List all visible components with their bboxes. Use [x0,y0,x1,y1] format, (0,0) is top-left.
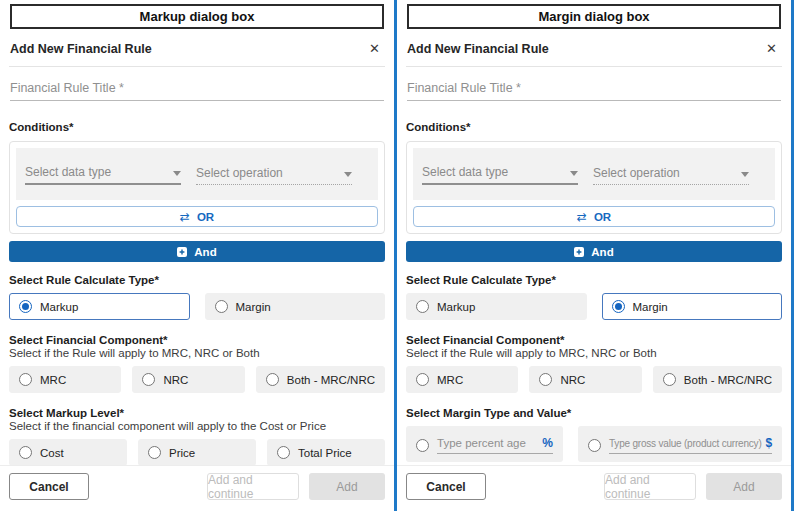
option-label: Cost [40,447,64,459]
dialog-title: Add New Financial Rule [407,42,549,56]
radio-icon [19,446,32,459]
margin-type-value-options: Type percent age % Type gross value (pro… [406,426,782,462]
financial-component-options: MRC NRC Both - MRC/NRC [9,366,385,393]
or-button[interactable]: ⇄ OR [413,206,775,227]
add-and-continue-button[interactable]: Add and continue [207,473,299,500]
add-button[interactable]: Add [309,473,385,500]
financial-rule-title-input[interactable]: Financial Rule Title * [10,81,384,101]
radio-icon [416,439,429,452]
and-button[interactable]: And [406,241,782,262]
and-button-label: And [194,246,216,258]
add-button[interactable]: Add [706,473,782,500]
markup-level-label: Select Markup Level* [9,407,385,419]
swap-icon: ⇄ [180,211,190,223]
option-mrc[interactable]: MRC [406,366,518,393]
footer-actions: Add and continue Add [207,473,385,500]
data-type-placeholder: Select data type [25,165,111,179]
option-label: NRC [163,374,188,386]
option-label: MRC [40,374,66,386]
percentage-input[interactable]: Type percent age % [437,436,553,454]
option-markup[interactable]: Markup [9,293,190,320]
radio-icon [663,373,676,386]
radio-icon [416,373,429,386]
dialog-footer: Cancel Add and continue Add [0,465,394,511]
option-label: Markup [40,301,78,313]
option-nrc[interactable]: NRC [529,366,641,393]
radio-icon [148,446,161,459]
financial-component-hint: Select if the Rule will apply to MRC, NR… [9,347,385,359]
financial-component-label: Select Financial Component* [406,334,782,346]
conditions-label: Conditions* [9,121,385,133]
close-icon[interactable]: ✕ [762,40,781,57]
data-type-placeholder: Select data type [422,165,508,179]
cancel-button[interactable]: Cancel [9,473,89,500]
chevron-down-icon [741,172,749,177]
chevron-down-icon [344,172,352,177]
option-price[interactable]: Price [138,439,256,466]
markup-dialog-panel: Markup dialog box Add New Financial Rule… [0,0,397,511]
option-both-mrc-nrc[interactable]: Both - MRC/NRC [653,366,782,393]
conditions-container: Select data type Select operation ⇄ OR [9,141,385,234]
data-type-select[interactable]: Select data type [422,165,578,185]
or-button-label: OR [197,211,214,223]
markup-caption: Markup dialog box [10,4,384,29]
option-label: NRC [560,374,585,386]
option-cost[interactable]: Cost [9,439,127,466]
chevron-down-icon [570,171,578,176]
financial-component-options: MRC NRC Both - MRC/NRC [406,366,782,393]
radio-icon [588,439,601,452]
close-icon[interactable]: ✕ [365,40,384,57]
swap-icon: ⇄ [577,211,587,223]
rule-calculate-type-options: Markup Margin [9,293,385,320]
financial-component-hint: Select if the Rule will apply to MRC, NR… [406,347,782,359]
cancel-button[interactable]: Cancel [406,473,486,500]
chevron-down-icon [173,171,181,176]
option-markup[interactable]: Markup [406,293,587,320]
conditions-label: Conditions* [406,121,782,133]
and-button[interactable]: And [9,241,385,262]
data-type-select[interactable]: Select data type [25,165,181,185]
margin-dialog: Add New Financial Rule ✕ Financial Rule … [397,29,791,486]
radio-icon [612,300,625,313]
operation-placeholder: Select operation [196,166,283,180]
rule-calculate-type-label: Select Rule Calculate Type* [9,274,385,286]
gross-value-input[interactable]: Type gross value (product currency) $ [609,436,772,454]
option-label: Markup [437,301,475,313]
financial-rule-title-input[interactable]: Financial Rule Title * [407,81,781,101]
margin-type-value-label: Select Margin Type and Value* [406,407,782,419]
option-mrc[interactable]: MRC [9,366,121,393]
margin-dialog-panel: Margin dialog box Add New Financial Rule… [397,0,794,511]
option-label: Margin [236,301,271,313]
add-and-continue-button[interactable]: Add and continue [604,473,696,500]
financial-component-label: Select Financial Component* [9,334,385,346]
margin-caption: Margin dialog box [407,4,781,29]
percentage-placeholder: Type percent age [437,437,526,449]
option-percentage-value[interactable]: Type percent age % [406,426,563,462]
radio-icon [416,300,429,313]
conditions-container: Select data type Select operation ⇄ OR [406,141,782,234]
option-total-price[interactable]: Total Price [267,439,385,466]
operation-select[interactable]: Select operation [593,165,749,185]
condition-row: Select data type Select operation [413,148,775,200]
operation-select[interactable]: Select operation [196,165,352,185]
condition-row: Select data type Select operation [16,148,378,200]
dollar-symbol: $ [766,436,772,450]
option-label: Total Price [298,447,352,459]
radio-icon [277,446,290,459]
or-button[interactable]: ⇄ OR [16,206,378,227]
option-margin[interactable]: Margin [205,293,386,320]
or-button-label: OR [594,211,611,223]
markup-level-hint: Select if the financial component will a… [9,420,385,432]
radio-icon [215,300,228,313]
radio-icon [19,373,32,386]
option-label: Price [169,447,195,459]
dialog-footer: Cancel Add and continue Add [397,465,791,511]
option-label: MRC [437,374,463,386]
option-gross-value[interactable]: Type gross value (product currency) $ [578,426,782,462]
option-both-mrc-nrc[interactable]: Both - MRC/NRC [256,366,385,393]
option-label: Both - MRC/NRC [684,374,772,386]
option-margin[interactable]: Margin [602,293,783,320]
option-nrc[interactable]: NRC [132,366,244,393]
footer-actions: Add and continue Add [604,473,782,500]
rule-calculate-type-options: Markup Margin [406,293,782,320]
